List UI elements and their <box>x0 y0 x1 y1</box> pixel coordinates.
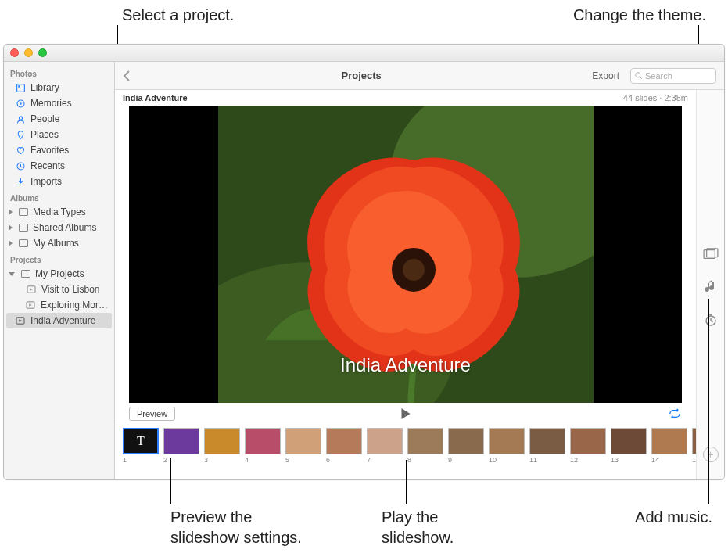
thumbnail-image <box>285 428 321 454</box>
thumbnail-image: T <box>123 428 159 454</box>
music-button[interactable] <box>703 279 719 295</box>
svg-point-4 <box>19 116 22 119</box>
favorites-icon <box>15 145 26 156</box>
callout-play: Play the slideshow. <box>382 507 454 547</box>
slideshow-icon <box>15 315 26 326</box>
chevron-right-icon <box>9 224 13 231</box>
sidebar-item-label: Recents <box>30 160 65 171</box>
sidebar-project-exploring[interactable]: Exploring Mor… <box>4 297 114 313</box>
callout-select-project: Select a project. <box>122 5 234 25</box>
thumbnail[interactable]: 5 <box>285 428 321 464</box>
sidebar-item-favorites[interactable]: Favorites <box>4 142 114 158</box>
search-field[interactable]: Search <box>630 68 716 84</box>
sidebar-item-my-projects[interactable]: My Projects <box>4 266 114 282</box>
thumbnail-number: 9 <box>448 454 484 464</box>
leader-line <box>708 299 709 504</box>
svg-point-3 <box>20 102 21 104</box>
thumbnail-number: 14 <box>651 454 687 464</box>
theme-button[interactable] <box>703 246 719 262</box>
thumbnail-number: 12 <box>570 454 606 464</box>
slideshow-icon <box>26 284 37 295</box>
add-photos-button[interactable]: + <box>703 447 719 462</box>
project-name: India Adventure <box>123 93 188 102</box>
sidebar-item-media-types[interactable]: Media Types <box>4 204 114 220</box>
sidebar-item-library[interactable]: Library <box>4 80 114 95</box>
thumbnail-number: 13 <box>611 454 647 464</box>
search-placeholder: Search <box>645 71 672 81</box>
thumbnail-image <box>529 428 565 454</box>
preview-button[interactable]: Preview <box>129 407 175 421</box>
thumbnail-number: 11 <box>529 454 565 464</box>
thumbnail[interactable]: 6 <box>326 428 362 464</box>
folder-icon <box>19 224 28 232</box>
sidebar-item-label: Visit to Lisbon <box>41 284 100 295</box>
library-icon <box>15 82 26 93</box>
sidebar-item-places[interactable]: Places <box>4 127 114 142</box>
sidebar-item-label: People <box>30 113 59 124</box>
people-icon <box>15 113 26 124</box>
sidebar-item-label: India Adventure <box>30 315 95 326</box>
toolbar-title: Projects <box>137 70 586 81</box>
export-button[interactable]: Export <box>592 70 619 81</box>
sidebar-item-label: Shared Albums <box>33 222 96 233</box>
thumbnail[interactable]: 12 <box>570 428 606 464</box>
thumbnail[interactable]: 4 <box>245 428 281 464</box>
thumbnail[interactable]: T1 <box>123 428 159 464</box>
thumbnail[interactable]: 7 <box>367 428 403 464</box>
sidebar-item-people[interactable]: People <box>4 111 114 127</box>
thumbnail-image <box>489 428 525 454</box>
loop-button[interactable] <box>668 408 682 419</box>
sidebar-section-photos: Photos <box>4 65 114 80</box>
thumbnail[interactable]: 13 <box>611 428 647 464</box>
leader-line <box>406 460 407 504</box>
sidebar-project-india-adventure[interactable]: India Adventure <box>6 313 112 328</box>
thumbnail-image <box>163 428 199 454</box>
sidebar-item-recents[interactable]: Recents <box>4 158 114 174</box>
thumbnail-number: 2 <box>163 454 199 464</box>
places-icon <box>15 129 26 140</box>
playback-controls: Preview <box>115 403 696 425</box>
slide-viewer[interactable]: India Adventure <box>129 106 682 403</box>
close-icon[interactable] <box>10 48 19 57</box>
thumbnail-number: 5 <box>285 454 321 464</box>
thumbnail-image <box>570 428 606 454</box>
sidebar-item-my-albums[interactable]: My Albums <box>4 235 114 251</box>
folder-icon <box>19 239 28 247</box>
sidebar: Photos Library Memories People Places Fa… <box>4 62 115 479</box>
chevron-down-icon <box>9 272 15 276</box>
sidebar-section-albums: Albums <box>4 189 114 204</box>
thumbnail-number: 6 <box>326 454 362 464</box>
toolbar: Projects Export Search <box>115 62 724 90</box>
thumbnail[interactable]: 8 <box>407 428 443 464</box>
sidebar-item-label: Favorites <box>30 145 69 156</box>
app-window: Photos Library Memories People Places Fa… <box>3 44 725 480</box>
thumbnail-number: 10 <box>489 454 525 464</box>
minimize-icon[interactable] <box>24 48 33 57</box>
sidebar-section-projects: Projects <box>4 251 114 266</box>
callout-change-theme: Change the theme. <box>573 5 706 25</box>
sidebar-project-visit-lisbon[interactable]: Visit to Lisbon <box>4 282 114 297</box>
duration-button[interactable] <box>703 312 719 328</box>
sidebar-item-imports[interactable]: Imports <box>4 174 114 189</box>
sidebar-item-memories[interactable]: Memories <box>4 95 114 111</box>
thumbnail[interactable]: 10 <box>489 428 525 464</box>
thumbnail-image <box>407 428 443 454</box>
side-panel: + <box>696 90 724 479</box>
sidebar-item-shared-albums[interactable]: Shared Albums <box>4 220 114 235</box>
sidebar-item-label: Media Types <box>33 206 86 217</box>
back-button[interactable] <box>123 70 131 82</box>
sidebar-item-label: My Projects <box>35 268 84 279</box>
maximize-icon[interactable] <box>38 48 47 57</box>
thumbnail[interactable]: 2 <box>163 428 199 464</box>
thumbnail[interactable]: 11 <box>529 428 565 464</box>
search-icon <box>634 71 643 80</box>
sidebar-item-label: My Albums <box>33 238 79 249</box>
thumbnail[interactable]: 3 <box>204 428 240 464</box>
project-info: 44 slides · 2:38m <box>623 93 688 102</box>
callout-music: Add music. <box>635 507 712 527</box>
sidebar-item-label: Imports <box>30 176 62 187</box>
play-button[interactable] <box>401 408 410 419</box>
thumbnail-number: 7 <box>367 454 403 464</box>
thumbnail[interactable]: 14 <box>651 428 687 464</box>
thumbnail[interactable]: 9 <box>448 428 484 464</box>
